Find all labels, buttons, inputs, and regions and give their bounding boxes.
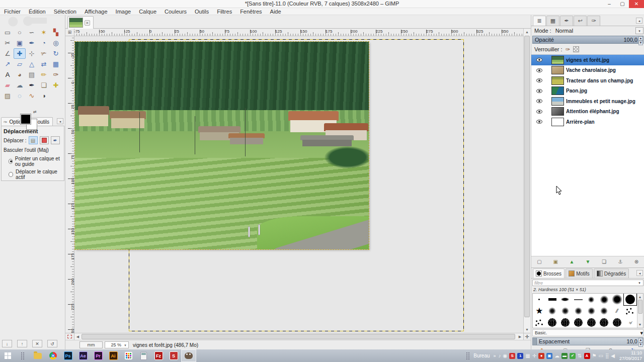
scroll-left-icon[interactable]: ◀ — [74, 333, 81, 340]
tray-record-icon[interactable]: ● — [538, 353, 544, 359]
lock-paint-icon[interactable]: ✑ — [566, 46, 570, 53]
opacity-slider[interactable]: Opacité 100,0 ▲▼ — [532, 36, 643, 44]
tray-avira-icon[interactable]: A — [584, 353, 590, 359]
tab-brosses[interactable]: Brosses — [533, 268, 565, 278]
brush-item[interactable] — [559, 317, 572, 328]
reset-tool-options-button[interactable]: ↺ — [47, 340, 57, 347]
paths-tool[interactable]: ✒ — [26, 38, 38, 48]
menu-filtres[interactable]: Filtres — [213, 8, 236, 15]
rotate-tool[interactable]: ↻ — [50, 48, 62, 59]
explorer-icon[interactable] — [30, 349, 45, 362]
crop-tool[interactable]: ✃ — [38, 48, 50, 59]
layer-row[interactable]: Arrière-plan — [531, 117, 644, 127]
tab-motifs[interactable]: Motifs — [566, 268, 593, 278]
brush-item[interactable] — [533, 294, 546, 305]
tab-degrades[interactable]: Dégradés — [594, 268, 629, 278]
brush-tag-dropdown-icon[interactable]: ▾ — [640, 330, 643, 336]
bucket-fill-tool[interactable]: ◕ — [14, 69, 26, 80]
filter-dropdown-icon[interactable]: ▾ — [636, 281, 643, 285]
brush-item[interactable] — [624, 305, 637, 317]
measure-tool[interactable]: ∠ — [2, 48, 14, 59]
visibility-eye-icon[interactable] — [536, 68, 542, 72]
visibility-eye-icon[interactable] — [536, 110, 542, 114]
collapse-brushes-icon[interactable]: ◂ — [636, 270, 643, 276]
new-group-button[interactable]: ▣ — [550, 258, 561, 266]
premiere-icon[interactable]: Pr — [91, 349, 106, 362]
menu-outils[interactable]: Outils — [191, 8, 213, 15]
brush-tag-select[interactable]: Basic. ▾ — [532, 329, 643, 336]
scroll-right-icon[interactable]: ▶ — [517, 333, 523, 340]
save-tool-options-button[interactable]: ↓ — [2, 340, 12, 347]
perspective-tool[interactable]: △ — [26, 59, 38, 69]
spacing-grip[interactable] — [533, 338, 537, 345]
brush-item[interactable] — [611, 294, 624, 305]
collapse-panel-icon[interactable]: ◂ — [57, 118, 63, 124]
menu-aide[interactable]: Aide — [266, 8, 285, 15]
brush-item[interactable] — [559, 294, 572, 305]
brush-item[interactable]: ★ — [533, 305, 546, 317]
cage-transform-tool[interactable]: ▦ — [50, 59, 62, 69]
fuzzy-select-tool[interactable]: ✶ — [38, 27, 50, 38]
tray-sync-icon[interactable]: ▣ — [546, 353, 552, 359]
vertical-ruler[interactable]: -250255075100125150175200225250275 — [65, 36, 74, 333]
zoom-dropdown-icon[interactable]: ▾ — [122, 342, 128, 348]
scroll-down-icon[interactable]: ▼ — [524, 326, 530, 333]
heal-tool[interactable]: ✚ — [50, 80, 62, 90]
zoom-tool[interactable]: ◎ — [50, 38, 62, 48]
canvas-image[interactable] — [75, 42, 369, 249]
menu-edition[interactable]: Édition — [25, 8, 50, 15]
horizontal-ruler[interactable]: -75-50-250255075100125150175200225250275… — [74, 29, 523, 36]
collapse-dock-icon[interactable]: ◂ — [636, 18, 642, 24]
menu-selection[interactable]: Sélection — [50, 8, 80, 15]
menu-fenetres[interactable]: Fenêtres — [236, 8, 266, 15]
navigation-button[interactable]: ✛ — [523, 333, 530, 340]
brush-item[interactable] — [585, 305, 598, 317]
tray-calc-icon[interactable]: ▦ — [525, 353, 530, 359]
brush-item[interactable] — [611, 317, 624, 328]
brush-item[interactable] — [624, 294, 637, 305]
opacity-spinner[interactable]: ▲▼ — [638, 36, 643, 43]
brush-item[interactable] — [598, 294, 611, 305]
horizontal-scrollbar[interactable]: ◀ ▶ — [74, 333, 523, 340]
flip-tool[interactable]: ⇄ — [38, 59, 50, 69]
brush-item[interactable] — [559, 305, 572, 317]
scissors-select-tool[interactable]: ✂ — [2, 38, 14, 48]
quick-mask-button[interactable] — [65, 333, 74, 340]
tray-updown-icon[interactable]: ⇅ — [578, 353, 582, 359]
menu-couleurs[interactable]: Couleurs — [160, 8, 191, 15]
scroll-up-icon[interactable]: ▲ — [524, 29, 530, 35]
layers-tab[interactable]: ≣ — [533, 16, 546, 26]
close-image-icon[interactable]: ✕ — [85, 20, 90, 26]
after-effects-icon[interactable]: Ae — [75, 349, 91, 362]
tray-network-icon[interactable]: ⣿ — [605, 353, 609, 359]
menu-calque[interactable]: Calque — [135, 8, 160, 15]
ruler-corner-button[interactable]: ⊞ — [65, 29, 74, 36]
layer-row[interactable]: Immeubles et petit nuage.jpg — [531, 96, 644, 107]
vertical-scrollbar[interactable]: ▲ ▼ — [523, 29, 530, 333]
photoshop-icon[interactable]: Ps — [60, 349, 75, 362]
brush-grid-scrollbar[interactable]: ▲ ▼ — [637, 294, 643, 328]
tray-flag-icon[interactable]: ⚑ — [592, 353, 597, 359]
rectangle-select-tool[interactable]: ▭ — [2, 27, 14, 38]
ellipse-select-tool[interactable]: ○ — [14, 27, 26, 38]
tray-screen-icon[interactable]: ▬ — [561, 353, 568, 359]
visibility-eye-icon[interactable] — [536, 89, 542, 93]
brush-item[interactable] — [546, 294, 559, 305]
delete-layer-button[interactable]: ⊗ — [631, 258, 642, 266]
apps-grid-icon[interactable] — [121, 349, 136, 362]
tray-check-icon[interactable]: ✔ — [570, 353, 576, 359]
blend-tool[interactable]: ▤ — [26, 69, 38, 80]
new-layer-button[interactable]: ▢ — [534, 258, 545, 266]
undo-history-tab[interactable]: ↩ — [574, 16, 587, 26]
brush-item[interactable]: ⁄⁄ — [611, 305, 624, 317]
swap-colors-icon[interactable]: ⇄ — [33, 110, 37, 114]
shear-tool[interactable]: ▱ — [14, 59, 26, 69]
gimp-taskbar-icon[interactable] — [181, 349, 196, 362]
vertical-scroll-thumb[interactable] — [524, 36, 530, 317]
brush-item[interactable] — [533, 317, 546, 328]
tray-cloud-icon[interactable]: ☁ — [554, 353, 559, 359]
move-layer-button[interactable]: ▤ — [29, 136, 38, 144]
calculator-icon[interactable] — [136, 349, 151, 362]
eraser-tool[interactable]: ▰ — [2, 80, 14, 90]
foreground-color-swatch[interactable] — [20, 114, 31, 125]
